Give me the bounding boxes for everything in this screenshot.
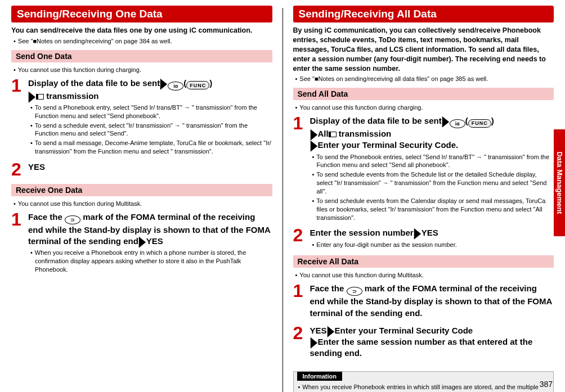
all-step2-b: YES bbox=[421, 228, 438, 237]
multitask-note-one: You cannot use this function during Mult… bbox=[14, 200, 272, 208]
left-column: Sending/Receiving One Data You can send/… bbox=[11, 6, 272, 392]
recv-step1-a: Face the bbox=[28, 212, 65, 222]
subhead-receive-one: Receive One Data bbox=[11, 184, 272, 196]
step-1-send-all: 1 Display of the data file to be sent▶iα… bbox=[293, 114, 554, 223]
recv-all-1a: Face the bbox=[310, 283, 347, 293]
all-step2-a: Enter the session number bbox=[310, 228, 414, 237]
all-step1-a: Display of the data file to be sent bbox=[310, 116, 442, 125]
subhead-send-all: Send All Data bbox=[293, 88, 554, 100]
right-column: Sending/Receiving All Data By using iC c… bbox=[293, 6, 554, 392]
recv-all-step2-title: YES▶Enter your Terminal Security Code ▶E… bbox=[310, 325, 554, 359]
subhead-receive-all: Receive All Data bbox=[293, 255, 554, 268]
crossref-one: See "■Notes on sending/receiving" on pag… bbox=[14, 37, 272, 46]
header-send-recv-one: Sending/Receiving One Data bbox=[11, 6, 272, 22]
felica-mark-icon: ⊃ bbox=[347, 287, 362, 296]
step-number-1b: 1 bbox=[11, 210, 28, 275]
step1-note3: To send a mail message, Decome-Anime tem… bbox=[30, 139, 272, 156]
information-body: When you receive Phonebook entries in wh… bbox=[298, 383, 554, 392]
step-number-1: 1 bbox=[11, 76, 28, 157]
step-1-recv-one: 1 Face the ⊃ mark of the FOMA terminal o… bbox=[11, 210, 272, 275]
step-number-1c: 1 bbox=[293, 114, 310, 223]
information-label: Information bbox=[297, 372, 343, 381]
step2-title: YES bbox=[28, 161, 272, 173]
felica-mark-icon: ⊃ bbox=[65, 215, 80, 224]
recv-step1-title: Face the ⊃ mark of the FOMA terminal of … bbox=[28, 211, 272, 247]
all-step1-n2: To send schedule events from the Schedul… bbox=[312, 170, 554, 196]
intro-one: You can send/receive the data files one … bbox=[11, 26, 272, 35]
all-step2-title: Enter the session number▶YES bbox=[310, 227, 554, 238]
intro-all: By using iC communication, you can colle… bbox=[293, 26, 554, 73]
column-divider bbox=[282, 8, 283, 392]
recv-all-step1-title: Face the ⊃ mark of the FOMA terminal of … bbox=[310, 283, 554, 319]
all-step1-b: All bbox=[318, 129, 329, 138]
multitask-note-all: You cannot use this function during Mult… bbox=[295, 271, 554, 280]
side-tab-label: Data Management bbox=[555, 151, 564, 214]
step-number-2c: 2 bbox=[293, 324, 310, 361]
step1-text-b: transmission bbox=[44, 91, 99, 101]
charge-note-all: You cannot use this function during char… bbox=[295, 103, 554, 112]
all-step1-d: Enter your Terminal Security Code. bbox=[318, 140, 459, 150]
step1-title: Display of the data file to be sent▶iα(F… bbox=[28, 78, 272, 102]
side-tab: Data Management bbox=[554, 129, 565, 236]
information-box: Information When you receive Phonebook e… bbox=[293, 371, 554, 392]
page-number: 387 bbox=[540, 380, 553, 389]
recv-all-2c: Enter the same session number as that en… bbox=[310, 337, 533, 358]
ic-icon bbox=[329, 132, 337, 137]
step-2-recv-all: 2 YES▶Enter your Terminal Security Code … bbox=[293, 324, 554, 361]
step-1-recv-all: 1 Face the ⊃ mark of the FOMA terminal o… bbox=[293, 282, 554, 321]
recv-step1-note: When you receive a Phonebook entry in wh… bbox=[30, 249, 272, 274]
step1-text-a: Display of the data file to be sent bbox=[28, 78, 160, 88]
charge-note-one: You cannot use this function during char… bbox=[14, 66, 272, 74]
subhead-send-one: Send One Data bbox=[11, 50, 272, 62]
step-2-send-one: 2 YES bbox=[11, 160, 272, 178]
step-number-1d: 1 bbox=[293, 282, 310, 321]
all-step2-n: Enter any four-digit number as the sessi… bbox=[312, 241, 554, 249]
step-2-send-all: 2 Enter the session number▶YES Enter any… bbox=[293, 226, 554, 250]
crossref-all: See "■Notes on sending/receiving all dat… bbox=[295, 75, 554, 83]
header-send-recv-all: Sending/Receiving All Data bbox=[293, 6, 554, 22]
ic-icon bbox=[36, 94, 44, 100]
recv-step1-c: YES bbox=[146, 236, 163, 246]
ialpha-icon: iα bbox=[450, 119, 465, 128]
step-1-send-one: 1 Display of the data file to be sent▶iα… bbox=[11, 76, 272, 157]
ialpha-icon: iα bbox=[168, 82, 183, 91]
all-step1-n1: To send the Phonebook entries, select "S… bbox=[312, 153, 554, 170]
func-button-icon: FUNC bbox=[186, 81, 209, 89]
all-step1-n3: To send schedule events from the Calenda… bbox=[312, 197, 554, 222]
all-step1-c: transmission bbox=[337, 129, 392, 138]
recv-all-2b: Enter your Terminal Security Code bbox=[335, 326, 473, 335]
step1-note2: To send a schedule event, select "Ir/ tr… bbox=[30, 121, 272, 138]
step-number-2b: 2 bbox=[293, 226, 310, 250]
func-button-icon: FUNC bbox=[468, 119, 491, 128]
step-number-2: 2 bbox=[11, 160, 28, 178]
step1-note1: To send a Phonebook entry, select "Send … bbox=[30, 103, 272, 120]
all-step1-title: Display of the data file to be sent▶iα(F… bbox=[310, 115, 554, 151]
